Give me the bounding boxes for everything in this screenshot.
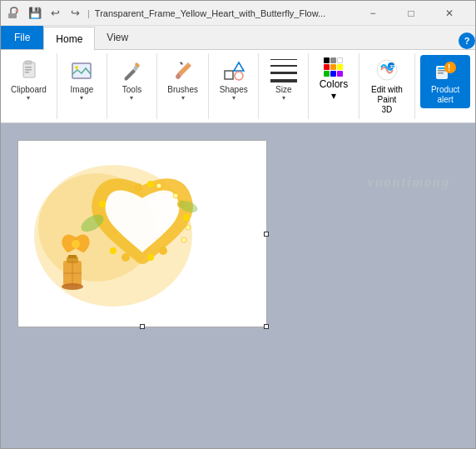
svg-rect-20	[438, 72, 444, 74]
svg-point-29	[159, 247, 167, 255]
undo-quick-button[interactable]: ↩	[46, 4, 64, 22]
color-grid	[324, 57, 343, 77]
ribbon-group-colors: Colors ▾	[309, 53, 359, 119]
product-alert-items: ! Productalert	[420, 55, 470, 117]
svg-point-31	[121, 253, 130, 262]
image-icon	[68, 57, 95, 84]
tab-home[interactable]: Home	[43, 27, 95, 50]
svg-point-25	[134, 183, 142, 192]
canvas-image	[22, 144, 263, 323]
colors-arrow: ▾	[331, 90, 336, 102]
svg-point-1	[16, 9, 18, 12]
ribbon-group-brushes: Brushes ▾	[157, 53, 209, 119]
ribbon-content: Clipboard ▾ Image ▾	[1, 49, 475, 122]
shapes-arrow: ▾	[232, 94, 236, 102]
svg-point-35	[156, 183, 161, 188]
help-button[interactable]: ?	[459, 32, 475, 49]
svg-point-26	[147, 181, 154, 187]
brushes-label: Brushes	[167, 85, 198, 94]
svg-text:3D: 3D	[389, 64, 396, 69]
title-controls: − □ ✕	[354, 1, 469, 26]
svg-point-30	[147, 254, 154, 261]
image-items: Image ▾	[63, 55, 100, 117]
save-quick-button[interactable]: 💾	[26, 4, 44, 22]
maximize-button[interactable]: □	[392, 1, 430, 26]
svg-point-32	[110, 247, 117, 254]
svg-marker-12	[234, 62, 244, 71]
brushes-arrow: ▾	[181, 94, 185, 102]
tools-arrow: ▾	[130, 94, 133, 102]
edit-paint3d-items: 3D Edit withPaint 3D	[364, 55, 409, 117]
ribbon-group-size: Size ▾	[259, 53, 309, 119]
svg-rect-5	[25, 69, 32, 71]
app-icon	[7, 7, 21, 20]
ribbon-group-tools: Tools ▾	[107, 53, 157, 119]
tab-file[interactable]: File	[1, 26, 43, 49]
svg-rect-41	[68, 255, 77, 258]
selection-handle-bottom-right[interactable]	[264, 324, 269, 329]
edit-paint3d-icon: 3D	[374, 57, 399, 85]
product-alert-icon: !	[432, 58, 459, 85]
close-button[interactable]: ✕	[430, 1, 469, 26]
selection-handle-right[interactable]	[264, 232, 269, 237]
svg-point-37	[186, 225, 191, 230]
redo-quick-button[interactable]: ↪	[66, 4, 84, 22]
colors-items: Colors ▾	[315, 55, 354, 117]
shapes-button[interactable]: Shapes ▾	[215, 55, 253, 104]
ribbon-group-product-alert: ! Productalert	[415, 53, 475, 119]
edit-paint3d-label: Edit withPaint 3D	[371, 85, 403, 115]
brushes-icon	[170, 57, 196, 84]
tools-button[interactable]: Tools ▾	[113, 55, 150, 104]
ribbon-group-image: Image ▾	[57, 53, 107, 119]
size-button[interactable]: Size ▾	[265, 55, 302, 104]
ribbon-tabs: File Home View ?	[1, 26, 475, 49]
title-bar-app-icons	[7, 7, 21, 20]
tools-icon	[118, 57, 145, 84]
colors-button[interactable]: Colors ▾	[315, 55, 354, 104]
shapes-label: Shapes	[220, 85, 248, 94]
clipboard-arrow: ▾	[27, 94, 30, 102]
separator: |	[87, 8, 90, 18]
svg-rect-19	[438, 70, 446, 72]
clipboard-button[interactable]: Clipboard ▾	[6, 55, 52, 104]
minimize-button[interactable]: −	[354, 1, 392, 26]
watermark: vuontimong	[368, 173, 450, 191]
quick-access-toolbar: 💾 ↩ ↪	[26, 4, 84, 22]
image-label: Image	[71, 85, 94, 94]
svg-rect-6	[25, 72, 29, 73]
shapes-items: Shapes ▾	[215, 55, 253, 117]
shapes-icon	[221, 57, 247, 84]
selection-handle-bottom-left[interactable]	[140, 324, 145, 329]
size-items: Size ▾	[265, 55, 302, 117]
svg-text:!: !	[448, 63, 450, 72]
ribbon-group-clipboard: Clipboard ▾	[1, 53, 57, 119]
svg-point-28	[183, 214, 190, 221]
tab-view[interactable]: View	[95, 26, 140, 49]
svg-rect-3	[25, 61, 32, 64]
tools-items: Tools ▾	[113, 55, 150, 117]
svg-rect-0	[8, 13, 17, 18]
clipboard-icon	[15, 57, 42, 84]
canvas-paper	[17, 140, 267, 327]
window-title: Transparent_Frame_Yellow_Heart_with_Butt…	[95, 8, 354, 18]
svg-point-38	[181, 237, 186, 242]
product-alert-button[interactable]: ! Productalert	[420, 55, 470, 108]
size-icon	[270, 57, 297, 84]
svg-rect-4	[25, 67, 32, 68]
canvas-container[interactable]: vuontimong	[1, 123, 475, 449]
brushes-button[interactable]: Brushes ▾	[162, 55, 203, 104]
edit-paint3d-button[interactable]: 3D Edit withPaint 3D	[364, 55, 409, 117]
colors-label: Colors	[320, 78, 349, 90]
size-arrow: ▾	[282, 94, 285, 102]
svg-rect-11	[225, 71, 233, 79]
title-bar: 💾 ↩ ↪ | Transparent_Frame_Yellow_Heart_w…	[1, 1, 475, 26]
ribbon-group-shapes: Shapes ▾	[209, 53, 259, 119]
tools-label: Tools	[122, 85, 141, 94]
svg-rect-10	[179, 62, 182, 65]
image-arrow: ▾	[80, 94, 83, 102]
image-button[interactable]: Image ▾	[63, 55, 100, 104]
ribbon-group-edit-paint3d: 3D Edit withPaint 3D	[359, 53, 416, 119]
svg-point-8	[75, 66, 78, 69]
ribbon: File Home View ?	[1, 26, 475, 123]
svg-point-45	[72, 240, 80, 248]
